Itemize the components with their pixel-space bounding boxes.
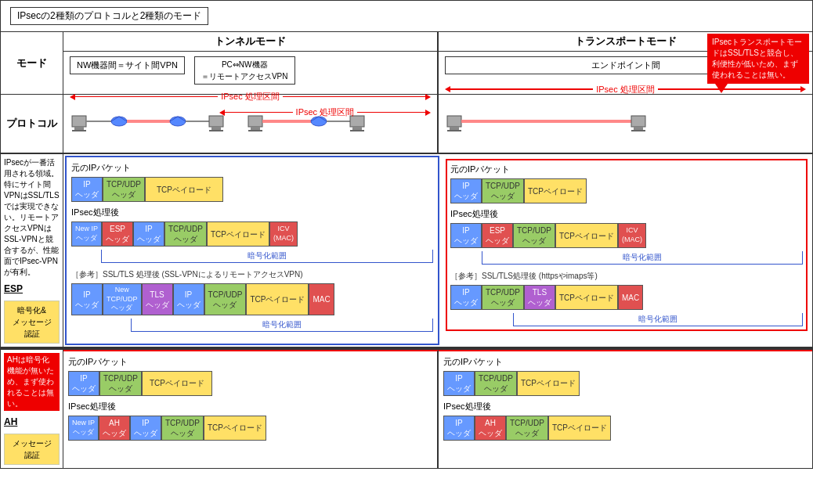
pkt-ip-tssl: IPヘッダ xyxy=(450,285,482,310)
after-ipsec-label-3: IPsec処理後 xyxy=(68,401,432,412)
pkt-ip-ah2: IPヘッダ xyxy=(130,416,161,441)
transport-network-svg xyxy=(443,100,725,147)
svg-point-4 xyxy=(111,117,127,126)
pkt-payload-enc-1: TCPペイロード xyxy=(207,221,269,247)
transport-ah-content: 元のIPパケット IPヘッダ TCP/UDPヘッダ TCPペイロード IPsec… xyxy=(439,350,812,468)
svg-rect-32 xyxy=(631,130,645,131)
original-packet-ah: IPヘッダ TCP/UDPヘッダ TCPペイロード xyxy=(68,371,432,396)
pkt-tcpudp-t2: TCP/UDPヘッダ xyxy=(513,223,555,248)
svg-rect-0 xyxy=(72,116,86,127)
pkt-payload-t2: TCPペイロード xyxy=(555,223,618,248)
svg-rect-24 xyxy=(352,127,362,130)
pkt-tcpudp-inner-1: TCP/UDPヘッダ xyxy=(204,283,247,315)
enc-bracket-t: 暗号化範囲 xyxy=(450,251,803,265)
esp-packet-transport: IPヘッダ ESPヘッダ TCP/UDPヘッダ TCPペイロード ICV(MAC… xyxy=(450,223,803,248)
pkt-tcp-payload-1: TCPペイロード xyxy=(145,177,223,202)
transport-esp-inner: 元のIPパケット IPヘッダ TCP/UDPヘッダ TCPペイロード IPsec… xyxy=(446,159,808,331)
transport-esp-content: 元のIPパケット IPヘッダ TCP/UDPヘッダ TCPペイロード IPsec… xyxy=(441,154,812,347)
ah-note-text: AHは暗号化機能が無いため、まず使われることは無い。 xyxy=(4,353,60,411)
pkt-payload-ah1: TCPペイロード xyxy=(142,371,212,396)
svg-rect-17 xyxy=(248,130,262,131)
svg-rect-1 xyxy=(74,127,84,130)
ah-left-note: AHは暗号化機能が無いため、まず使われることは無い。 AH メッセージ認証 xyxy=(1,350,63,468)
pkt-mac-1: MAC xyxy=(309,283,334,315)
ipsec-range-3: IPsec 処理区間 xyxy=(439,82,812,97)
pkt-tcpudp-t1: TCP/UDPヘッダ xyxy=(482,178,524,203)
tunnel-ah-content: 元のIPパケット IPヘッダ TCP/UDPヘッダ TCPペイロード IPsec… xyxy=(63,350,439,468)
pkt-ip-t1: IPヘッダ xyxy=(450,178,482,203)
svg-rect-28 xyxy=(447,130,461,131)
pkt-mac-t: MAC xyxy=(618,285,643,310)
svg-rect-14 xyxy=(209,130,223,131)
pkt-esp-t: ESPヘッダ xyxy=(482,223,513,248)
pkt-ip-aht2: IPヘッダ xyxy=(443,416,475,441)
enc-bracket-1: 暗号化範囲 xyxy=(71,250,433,263)
ref-ssl-vpn-label: ［参考］SSL/TLS 処理後 (SSL-VPNによるリモートアクセスVPN) xyxy=(71,269,433,280)
original-packet-label-3: 元のIPパケット xyxy=(68,356,432,368)
callout-box: IPsecトランスポートモードはSSL/TLSと競合し、利便性が低いため、まず使… xyxy=(707,34,809,84)
after-ipsec-label-1: IPsec処理後 xyxy=(71,207,433,218)
pkt-ah-t: AHヘッダ xyxy=(475,416,506,441)
page-title: IPsecの2種類のプロトコルと2種類のモード xyxy=(10,7,208,25)
pkt-tcpudp-aht2: TCP/UDPヘッダ xyxy=(506,416,548,441)
svg-rect-27 xyxy=(450,127,459,130)
after-ipsec-label-4: IPsec処理後 xyxy=(443,401,808,412)
original-packet-tunnel: IPヘッダ TCP/UDPヘッダ TCPペイロード xyxy=(71,177,433,202)
svg-rect-13 xyxy=(211,127,221,130)
esp-content-row: IPsecが一番活用される領域。特にサイト間VPNはSSL/TLSでは実現できな… xyxy=(1,153,812,348)
ssl-packet-tunnel: IPヘッダ NewTCP/UDPヘッダ TLSヘッダ IPヘッダ TCP/UDP… xyxy=(71,283,433,315)
enc-range-tssl: 暗号化範囲 xyxy=(513,313,803,326)
original-packet-transport: IPヘッダ TCP/UDPヘッダ TCPペイロード xyxy=(450,178,803,203)
pkt-payload-tssl: TCPペイロード xyxy=(555,285,618,310)
svg-rect-2 xyxy=(72,130,86,131)
enc-range-label-1: 暗号化範囲 xyxy=(101,250,433,263)
enc-bracket-ssl-1: 暗号化範囲 xyxy=(71,319,433,332)
pkt-payload-aht1: TCPペイロード xyxy=(517,371,580,396)
esp-function-box: 暗号化&メッセージ認証 xyxy=(4,301,60,344)
pkt-ip-ah1: IPヘッダ xyxy=(68,371,99,396)
pkt-esp-1: ESPヘッダ xyxy=(102,221,133,247)
ah-function-box: メッセージ認証 xyxy=(4,434,60,465)
pkt-ip-aht1: IPヘッダ xyxy=(443,371,475,396)
pkt-ip-inner-1: IPヘッダ xyxy=(173,283,204,315)
ah-content-row: AHは暗号化機能が無いため、まず使われることは無い。 AH メッセージ認証 元の… xyxy=(1,348,812,468)
svg-rect-25 xyxy=(350,130,364,131)
pkt-new-ip-ah: New IPヘッダ xyxy=(68,416,99,441)
pkt-new-ip-1: New IPヘッダ xyxy=(71,221,102,247)
pkt-icv-t: ICV(MAC) xyxy=(618,223,646,248)
pkt-payload-ssl-1: TCPペイロード xyxy=(246,283,309,315)
protocol-label: プロトコル xyxy=(1,95,63,153)
esp-packet-tunnel: New IPヘッダ ESPヘッダ IPヘッダ TCP/UDPヘッダ TCPペイロ… xyxy=(71,221,433,247)
pkt-tcpudp-ah2: TCP/UDPヘッダ xyxy=(161,416,204,441)
original-packet-label-4: 元のIPパケット xyxy=(443,356,808,368)
pkt-ip-enc-1: IPヘッダ xyxy=(133,221,164,247)
pkt-ip-1: IPヘッダ xyxy=(71,177,103,202)
pkt-tcpudp-tssl: TCP/UDPヘッダ xyxy=(482,285,524,310)
pkt-tcpudp-ah1: TCP/UDPヘッダ xyxy=(99,371,142,396)
pkt-tls-t: TLSヘッダ xyxy=(524,285,555,310)
original-packet-ah-t: IPヘッダ TCP/UDPヘッダ TCPペイロード xyxy=(443,371,808,396)
pkt-new-tcpudp-1: NewTCP/UDPヘッダ xyxy=(103,283,142,315)
ah-packet-tunnel: New IPヘッダ AHヘッダ IPヘッダ TCP/UDPヘッダ TCPペイロー… xyxy=(68,416,432,441)
enc-bracket-tssl: 暗号化範囲 xyxy=(450,313,803,326)
pkt-tcpudp-enc-1: TCP/UDPヘッダ xyxy=(164,221,207,247)
ah-title: AH xyxy=(4,416,60,429)
transport-mode-section: トランスポートモード エンドポイント間 IPsec 処理区間 xyxy=(439,32,812,94)
original-packet-label-2: 元のIPパケット xyxy=(450,164,803,175)
remote-vpn-label: PC⇔NW機器＝リモートアクセスVPN xyxy=(194,56,295,85)
enc-range-ssl-1: 暗号化範囲 xyxy=(131,319,433,332)
pkt-payload-ah2: TCPペイロード xyxy=(204,416,266,441)
ipsec-range-1: IPsec 処理区間 xyxy=(63,89,437,104)
tunnel-mode-title: トンネルモード xyxy=(63,32,437,52)
ref-ssl-tls-label: ［参考］SSL/TLS処理後 (httpsやimaps等) xyxy=(450,271,803,282)
main-container: IPsecの2種類のプロトコルと2種類のモード モード トンネルモード NW機器… xyxy=(0,0,813,469)
pkt-payload-t1: TCPペイロード xyxy=(524,178,587,203)
transport-protocol-diagram xyxy=(439,95,812,153)
esp-title: ESP xyxy=(4,283,60,296)
original-packet-label-1: 元のIPパケット xyxy=(71,162,433,174)
svg-rect-16 xyxy=(251,127,260,130)
pkt-tls-1: TLSヘッダ xyxy=(142,283,173,315)
pkt-tcpudp-1: TCP/UDPヘッダ xyxy=(103,177,145,202)
pkt-icv-1: ICV(MAC) xyxy=(269,221,298,247)
ssl-packet-transport: IPヘッダ TCP/UDPヘッダ TLSヘッダ TCPペイロード MAC xyxy=(450,285,803,310)
